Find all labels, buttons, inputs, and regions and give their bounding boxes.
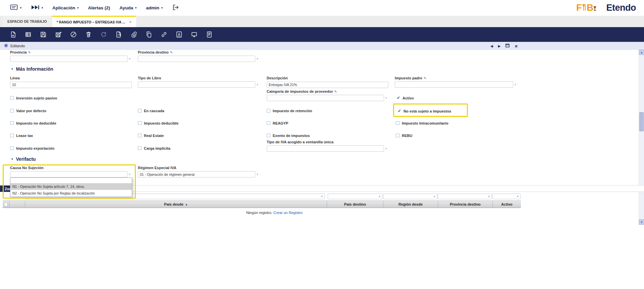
column-header-region-desde[interactable]: Región desde — [383, 201, 438, 208]
checkbox-impuesto-de-retencion[interactable]: Impuesto de retención — [267, 109, 312, 113]
column-header-provincia-destino[interactable]: Provincia destino — [438, 201, 493, 208]
delete-button[interactable] — [85, 31, 92, 38]
checkbox-exento-de-impuestos[interactable]: Exento de impuestos — [267, 133, 310, 138]
filter-region-desde[interactable]: ▼ — [383, 194, 437, 199]
column-label: Región desde — [398, 202, 423, 206]
filter-activo[interactable]: ▼ — [492, 194, 521, 199]
column-header-activo[interactable]: Activo — [493, 201, 521, 208]
combo-caret-icon[interactable]: ▼ — [256, 58, 259, 60]
cancel-button[interactable] — [70, 31, 77, 38]
field-label: Causa No Sujeción — [10, 166, 131, 170]
copy-record-button[interactable] — [145, 31, 153, 38]
categoria-impuestos-proveedor-input[interactable] — [267, 95, 384, 101]
vertical-scrollbar[interactable]: ▲ ▼ — [639, 50, 644, 225]
fb-logo: F B — [576, 2, 597, 14]
combo-caret-icon[interactable]: ▼ — [514, 83, 517, 86]
checkbox-rebu[interactable]: REBU — [396, 133, 412, 138]
checkbox-no-esta-sujeto-a-impuestos[interactable]: ✓ No está sujeto a impuestos — [398, 109, 451, 113]
provincia-destino-input[interactable] — [138, 56, 255, 62]
scroll-down-button[interactable]: ▼ — [639, 219, 644, 225]
regimen-especial-iva-input[interactable] — [138, 171, 255, 177]
checkbox-impuesto-exportacion[interactable]: Impuesto exportación — [10, 146, 54, 150]
combo-caret-icon[interactable]: ▼ — [128, 58, 131, 60]
filter-caret-icon[interactable]: ▼ — [321, 195, 323, 198]
impuesto-padre-input[interactable] — [395, 81, 513, 88]
scroll-up-button[interactable]: ▲ — [639, 50, 644, 55]
descripcion-input[interactable] — [267, 82, 388, 88]
save-button[interactable] — [40, 31, 47, 38]
field-label: Régimen Especial IVA — [138, 166, 259, 170]
causa-no-sujecion-input[interactable] — [10, 171, 127, 177]
checkbox-reagyp[interactable]: REAGYP — [267, 121, 288, 125]
checkbox-impuesto-intracomunitario[interactable]: Impuesto Intracomunitario — [396, 121, 448, 125]
dropdown-option-n2[interactable]: N2 - Operación No Sujeta por Reglas de l… — [10, 190, 132, 197]
section-mas-informacion[interactable]: ▾ Más Información — [11, 66, 53, 72]
menu-ayuda[interactable]: Ayuda ▾ — [119, 5, 137, 10]
refresh-button[interactable] — [100, 31, 107, 38]
checkbox-valor-por-defecto[interactable]: Valor por defecto — [10, 109, 46, 113]
field-label: Provincia destino ✎ — [138, 50, 259, 54]
tab-rango-impuesto[interactable]: * RANGO IMPUESTO – ENTREGAS IVA ... × — [52, 16, 137, 27]
audit-trail-button[interactable] — [206, 31, 213, 38]
select-all-cell[interactable] — [3, 201, 9, 208]
filter-pais-destino[interactable]: ▼ — [328, 194, 382, 199]
logout-button[interactable] — [172, 4, 179, 12]
checkbox-inversion-sujeto-pasivo[interactable]: Inversión sujeto pasivo — [10, 96, 57, 100]
filter-caret-icon[interactable]: ▼ — [488, 195, 490, 198]
link-button[interactable] — [160, 31, 168, 38]
refresh-icon — [100, 31, 107, 38]
menu-admin[interactable]: admin ▾ — [146, 5, 163, 10]
combo-caret-icon[interactable]: ▼ — [385, 97, 387, 99]
scrollbar-thumb[interactable] — [639, 112, 644, 131]
save-new-icon — [55, 31, 62, 38]
checkbox-activo[interactable]: ✓ Activo — [397, 96, 414, 100]
tab-espacio-de-trabajo[interactable]: ESPACIO DE TRABAJO — [3, 16, 52, 27]
dropdown-option-n1[interactable]: N1 - Operación No Sujeta artículo 7, 14,… — [10, 183, 132, 190]
tipo-de-libro-input[interactable] — [138, 81, 255, 88]
checkbox-impuesto-deducible[interactable]: Impuesto deducible — [138, 121, 178, 125]
attachment-button[interactable] — [130, 31, 138, 38]
filter-caret-icon[interactable]: ▼ — [378, 195, 381, 198]
checkbox-icon[interactable] — [4, 203, 8, 206]
combo-caret-icon[interactable]: ▼ — [256, 173, 259, 175]
combo-caret-icon[interactable]: ▼ — [128, 173, 131, 175]
column-header-pais-desde[interactable]: País desde ▲ — [25, 201, 327, 208]
checkbox-en-cascada[interactable]: En cascada — [138, 109, 164, 113]
dropdown-option-blank[interactable] — [10, 178, 132, 183]
chevron-down-icon: ▾ — [77, 6, 78, 9]
provincia-input[interactable] — [10, 56, 127, 62]
close-icon[interactable]: × — [129, 20, 131, 24]
menu-alertas[interactable]: Alertas (2) — [88, 5, 110, 10]
tipo-iva-ventanilla-unica-input[interactable] — [267, 145, 384, 152]
checkbox-label: Carga implícita — [144, 146, 170, 150]
checkbox-lease-tax[interactable]: Lease tax — [10, 133, 33, 138]
maximize-icon[interactable] — [505, 43, 509, 49]
checkbox-real-estate[interactable]: Real Estate — [138, 133, 164, 138]
close-form-button[interactable]: × — [515, 44, 518, 49]
next-record-button[interactable]: ▶ — [498, 44, 501, 48]
edit-pencil-icon: ✎ — [424, 76, 426, 80]
filter-provincia-destino[interactable]: ▼ — [438, 194, 492, 199]
previous-record-button[interactable]: ◀ — [490, 44, 493, 48]
chevron-down-icon: ▾ — [135, 6, 137, 9]
filter-caret-icon[interactable]: ▼ — [517, 195, 519, 198]
menu-aplicacion[interactable]: Aplicación ▾ — [52, 5, 78, 10]
combo-caret-icon[interactable]: ▼ — [385, 147, 387, 150]
filter-caret-icon[interactable]: ▼ — [433, 195, 436, 198]
linea-input[interactable] — [10, 82, 132, 88]
grid-view-button[interactable] — [24, 31, 32, 38]
save-new-button[interactable] — [55, 31, 62, 38]
checkbox-carga-implicita[interactable]: Carga implícita — [138, 146, 170, 150]
new-record-button[interactable] — [9, 31, 17, 38]
quick-launch-button[interactable]: ▾ — [31, 5, 43, 11]
translate-button[interactable]: A — [175, 31, 183, 38]
column-header-pais-destino[interactable]: País destino — [327, 201, 383, 208]
section-verifactu[interactable]: ▾ Verifactu — [11, 156, 36, 162]
workspace-menu-button[interactable]: ▾ — [10, 4, 21, 12]
create-record-link[interactable]: Crear un Registro — [273, 211, 303, 215]
window-personalization-button[interactable] — [191, 31, 198, 38]
tab-label: ESPACIO DE TRABAJO — [7, 19, 47, 23]
combo-caret-icon[interactable]: ▼ — [256, 83, 259, 86]
export-button[interactable] — [115, 31, 122, 38]
checkbox-impuesto-no-deducible[interactable]: Impuesto no deducible — [10, 121, 56, 125]
